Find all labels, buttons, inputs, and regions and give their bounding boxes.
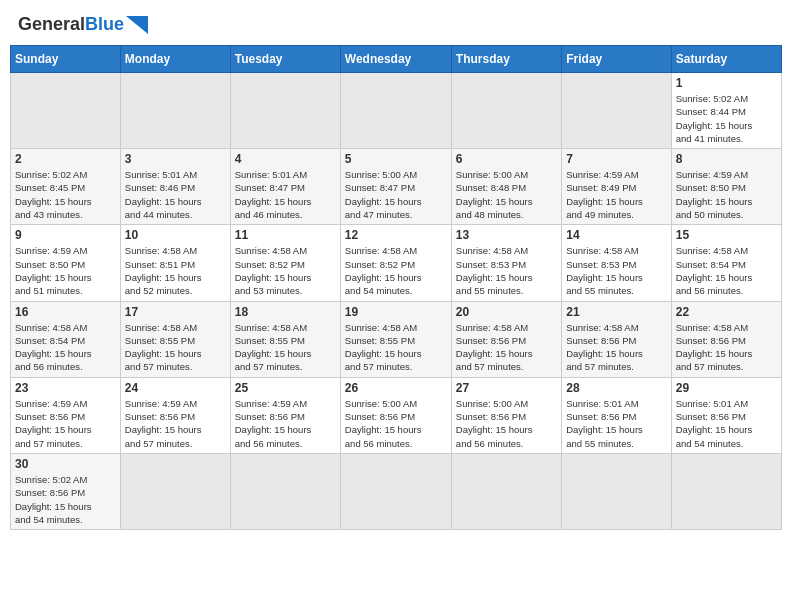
page-header: General Blue [10, 10, 782, 39]
day-info: Sunrise: 4:58 AM Sunset: 8:55 PM Dayligh… [125, 321, 226, 374]
day-number: 23 [15, 381, 116, 395]
day-info: Sunrise: 4:58 AM Sunset: 8:52 PM Dayligh… [235, 244, 336, 297]
day-info: Sunrise: 5:01 AM Sunset: 8:56 PM Dayligh… [566, 397, 666, 450]
weekday-header-wednesday: Wednesday [340, 46, 451, 73]
calendar-cell: 1Sunrise: 5:02 AM Sunset: 8:44 PM Daylig… [671, 73, 781, 149]
day-info: Sunrise: 5:01 AM Sunset: 8:46 PM Dayligh… [125, 168, 226, 221]
weekday-header-friday: Friday [562, 46, 671, 73]
calendar-cell: 12Sunrise: 4:58 AM Sunset: 8:52 PM Dayli… [340, 225, 451, 301]
day-number: 2 [15, 152, 116, 166]
calendar-cell [562, 73, 671, 149]
day-info: Sunrise: 4:58 AM Sunset: 8:55 PM Dayligh… [345, 321, 447, 374]
day-info: Sunrise: 4:58 AM Sunset: 8:56 PM Dayligh… [456, 321, 557, 374]
day-number: 27 [456, 381, 557, 395]
day-info: Sunrise: 5:02 AM Sunset: 8:44 PM Dayligh… [676, 92, 777, 145]
day-info: Sunrise: 5:01 AM Sunset: 8:56 PM Dayligh… [676, 397, 777, 450]
day-number: 22 [676, 305, 777, 319]
calendar-cell [671, 453, 781, 529]
calendar-cell: 25Sunrise: 4:59 AM Sunset: 8:56 PM Dayli… [230, 377, 340, 453]
weekday-header-monday: Monday [120, 46, 230, 73]
day-info: Sunrise: 5:02 AM Sunset: 8:45 PM Dayligh… [15, 168, 116, 221]
calendar-week-3: 9Sunrise: 4:59 AM Sunset: 8:50 PM Daylig… [11, 225, 782, 301]
day-info: Sunrise: 4:59 AM Sunset: 8:50 PM Dayligh… [676, 168, 777, 221]
day-number: 8 [676, 152, 777, 166]
weekday-header-saturday: Saturday [671, 46, 781, 73]
calendar-cell: 26Sunrise: 5:00 AM Sunset: 8:56 PM Dayli… [340, 377, 451, 453]
logo-icon [126, 16, 148, 34]
day-number: 26 [345, 381, 447, 395]
day-number: 4 [235, 152, 336, 166]
day-number: 19 [345, 305, 447, 319]
day-info: Sunrise: 4:58 AM Sunset: 8:54 PM Dayligh… [15, 321, 116, 374]
calendar-week-2: 2Sunrise: 5:02 AM Sunset: 8:45 PM Daylig… [11, 149, 782, 225]
weekday-header-tuesday: Tuesday [230, 46, 340, 73]
day-number: 25 [235, 381, 336, 395]
calendar-cell [451, 73, 561, 149]
calendar-cell [451, 453, 561, 529]
day-number: 17 [125, 305, 226, 319]
calendar-week-1: 1Sunrise: 5:02 AM Sunset: 8:44 PM Daylig… [11, 73, 782, 149]
day-info: Sunrise: 4:58 AM Sunset: 8:55 PM Dayligh… [235, 321, 336, 374]
calendar-cell: 8Sunrise: 4:59 AM Sunset: 8:50 PM Daylig… [671, 149, 781, 225]
day-info: Sunrise: 5:01 AM Sunset: 8:47 PM Dayligh… [235, 168, 336, 221]
calendar-cell: 16Sunrise: 4:58 AM Sunset: 8:54 PM Dayli… [11, 301, 121, 377]
logo-text-blue: Blue [85, 14, 124, 35]
calendar-cell: 11Sunrise: 4:58 AM Sunset: 8:52 PM Dayli… [230, 225, 340, 301]
svg-marker-0 [126, 16, 148, 34]
calendar-cell [340, 73, 451, 149]
calendar-cell: 13Sunrise: 4:58 AM Sunset: 8:53 PM Dayli… [451, 225, 561, 301]
calendar-cell: 18Sunrise: 4:58 AM Sunset: 8:55 PM Dayli… [230, 301, 340, 377]
calendar-week-6: 30Sunrise: 5:02 AM Sunset: 8:56 PM Dayli… [11, 453, 782, 529]
day-info: Sunrise: 5:00 AM Sunset: 8:56 PM Dayligh… [456, 397, 557, 450]
day-number: 3 [125, 152, 226, 166]
logo: General Blue [18, 14, 148, 35]
calendar-cell: 3Sunrise: 5:01 AM Sunset: 8:46 PM Daylig… [120, 149, 230, 225]
day-number: 14 [566, 228, 666, 242]
day-number: 15 [676, 228, 777, 242]
calendar-cell: 10Sunrise: 4:58 AM Sunset: 8:51 PM Dayli… [120, 225, 230, 301]
calendar-cell: 22Sunrise: 4:58 AM Sunset: 8:56 PM Dayli… [671, 301, 781, 377]
day-info: Sunrise: 4:58 AM Sunset: 8:51 PM Dayligh… [125, 244, 226, 297]
day-number: 13 [456, 228, 557, 242]
weekday-header-thursday: Thursday [451, 46, 561, 73]
day-info: Sunrise: 4:59 AM Sunset: 8:50 PM Dayligh… [15, 244, 116, 297]
calendar-week-5: 23Sunrise: 4:59 AM Sunset: 8:56 PM Dayli… [11, 377, 782, 453]
calendar-cell: 2Sunrise: 5:02 AM Sunset: 8:45 PM Daylig… [11, 149, 121, 225]
calendar-cell: 14Sunrise: 4:58 AM Sunset: 8:53 PM Dayli… [562, 225, 671, 301]
calendar-cell [230, 453, 340, 529]
calendar-cell: 9Sunrise: 4:59 AM Sunset: 8:50 PM Daylig… [11, 225, 121, 301]
day-number: 24 [125, 381, 226, 395]
day-number: 1 [676, 76, 777, 90]
day-number: 10 [125, 228, 226, 242]
weekday-header-sunday: Sunday [11, 46, 121, 73]
day-number: 30 [15, 457, 116, 471]
calendar-cell: 4Sunrise: 5:01 AM Sunset: 8:47 PM Daylig… [230, 149, 340, 225]
day-number: 12 [345, 228, 447, 242]
day-info: Sunrise: 4:59 AM Sunset: 8:56 PM Dayligh… [235, 397, 336, 450]
day-number: 7 [566, 152, 666, 166]
day-info: Sunrise: 4:59 AM Sunset: 8:56 PM Dayligh… [125, 397, 226, 450]
day-info: Sunrise: 4:59 AM Sunset: 8:49 PM Dayligh… [566, 168, 666, 221]
calendar-cell [120, 453, 230, 529]
calendar-cell: 30Sunrise: 5:02 AM Sunset: 8:56 PM Dayli… [11, 453, 121, 529]
calendar-cell [11, 73, 121, 149]
day-info: Sunrise: 4:59 AM Sunset: 8:56 PM Dayligh… [15, 397, 116, 450]
calendar-cell: 29Sunrise: 5:01 AM Sunset: 8:56 PM Dayli… [671, 377, 781, 453]
day-info: Sunrise: 4:58 AM Sunset: 8:56 PM Dayligh… [566, 321, 666, 374]
calendar-cell: 5Sunrise: 5:00 AM Sunset: 8:47 PM Daylig… [340, 149, 451, 225]
day-info: Sunrise: 5:00 AM Sunset: 8:47 PM Dayligh… [345, 168, 447, 221]
calendar-cell [120, 73, 230, 149]
day-number: 29 [676, 381, 777, 395]
day-info: Sunrise: 5:02 AM Sunset: 8:56 PM Dayligh… [15, 473, 116, 526]
calendar-cell: 23Sunrise: 4:59 AM Sunset: 8:56 PM Dayli… [11, 377, 121, 453]
calendar-cell: 20Sunrise: 4:58 AM Sunset: 8:56 PM Dayli… [451, 301, 561, 377]
day-number: 11 [235, 228, 336, 242]
day-number: 9 [15, 228, 116, 242]
calendar-cell [562, 453, 671, 529]
day-info: Sunrise: 5:00 AM Sunset: 8:56 PM Dayligh… [345, 397, 447, 450]
calendar-table: SundayMondayTuesdayWednesdayThursdayFrid… [10, 45, 782, 530]
calendar-cell: 15Sunrise: 4:58 AM Sunset: 8:54 PM Dayli… [671, 225, 781, 301]
day-number: 16 [15, 305, 116, 319]
calendar-cell: 6Sunrise: 5:00 AM Sunset: 8:48 PM Daylig… [451, 149, 561, 225]
day-info: Sunrise: 4:58 AM Sunset: 8:53 PM Dayligh… [566, 244, 666, 297]
